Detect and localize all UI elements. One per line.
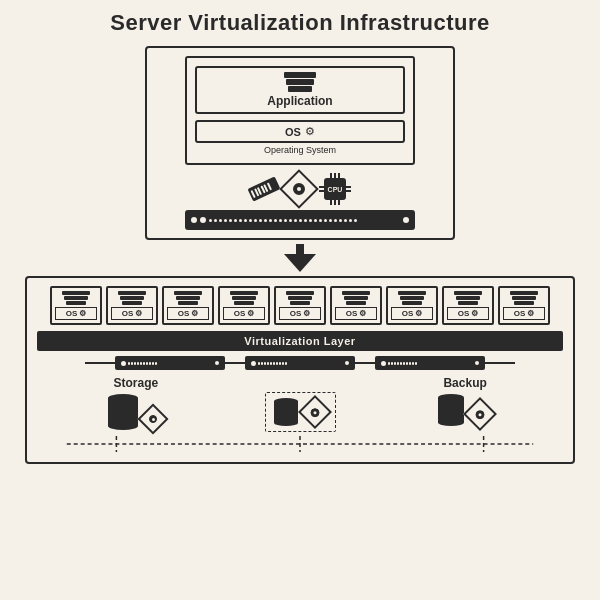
vm-os-1: OS ⚙ (55, 307, 97, 320)
vm-layer (458, 301, 478, 305)
bottom-section: OS ⚙ OS ⚙ (25, 276, 575, 464)
main-container: Application OS ⚙ Operating System (10, 46, 590, 464)
vm-layer (402, 301, 422, 305)
page-title: Server Virtualization Infrastructure (110, 10, 490, 36)
cpu-icon: CPU (319, 173, 351, 205)
hdd-medium-icon (299, 395, 333, 429)
vm-os-5: OS ⚙ (279, 307, 321, 320)
vm-card-2: OS ⚙ (106, 286, 158, 325)
vm-layer (118, 291, 146, 295)
vm-card-8: OS ⚙ (442, 286, 494, 325)
vm-layers-3 (174, 291, 202, 305)
vm-layer (288, 296, 312, 300)
vm-layers-8 (454, 291, 482, 305)
app-icon (205, 72, 395, 92)
vm-os-4: OS ⚙ (223, 307, 265, 320)
layer-strip-3 (288, 86, 312, 92)
vm-layer (122, 301, 142, 305)
connector-mid-1 (225, 362, 245, 364)
vm-layer (64, 296, 88, 300)
vm-card-6: OS ⚙ (330, 286, 382, 325)
vm-layers-9 (510, 291, 538, 305)
vm-layer (342, 291, 370, 295)
vm-os-2: OS ⚙ (111, 307, 153, 320)
app-label: Application (205, 94, 395, 108)
server-rack-1 (115, 356, 225, 370)
vm-layers-2 (118, 291, 146, 305)
vm-layers-5 (286, 291, 314, 305)
vm-layer (232, 296, 256, 300)
vm-card-1: OS ⚙ (50, 286, 102, 325)
rack-light-3 (403, 217, 409, 223)
connection-lines-svg (37, 434, 563, 454)
hdd-small-icon (137, 403, 168, 434)
monitor: Application OS ⚙ Operating System (185, 56, 415, 165)
vm-layer (510, 291, 538, 295)
hdd-diamond-icon (279, 169, 319, 209)
rack-light (191, 217, 197, 223)
backup-group: Backup (438, 376, 492, 426)
top-server-section: Application OS ⚙ Operating System (145, 46, 455, 240)
rack-line-right (485, 362, 515, 364)
vm-grid: OS ⚙ OS ⚙ (37, 286, 563, 325)
rack-units-row (37, 356, 563, 370)
backup-label: Backup (443, 376, 486, 390)
down-arrow (284, 244, 316, 272)
vm-os-7: OS ⚙ (391, 307, 433, 320)
db-large-icon (108, 394, 138, 430)
storage-group: Storage (108, 376, 164, 430)
hdd-backup-icon (463, 397, 497, 431)
os-text-label: Operating System (195, 145, 405, 155)
vm-layer (178, 301, 198, 305)
hardware-row: CPU (249, 173, 351, 205)
gear-icon: ⚙ (305, 125, 315, 138)
rack-line-left (85, 362, 115, 364)
vm-layer (66, 301, 86, 305)
vm-layer (456, 296, 480, 300)
server-rack-3 (375, 356, 485, 370)
storage-label: Storage (113, 376, 158, 390)
rack-dots (209, 219, 400, 222)
arrow-head (284, 254, 316, 272)
server-rack-2 (245, 356, 355, 370)
layers-icon (284, 72, 316, 92)
layer-strip-1 (284, 72, 316, 78)
vm-layers-1 (62, 291, 90, 305)
vm-layer (290, 301, 310, 305)
vm-layers-4 (230, 291, 258, 305)
vm-layer (286, 291, 314, 295)
vm-os-9: OS ⚙ (503, 307, 545, 320)
db-medium-icon (274, 398, 298, 426)
storage-icons (108, 394, 164, 430)
virt-layer-bar: Virtualization Layer (37, 331, 563, 351)
vm-card-5: OS ⚙ (274, 286, 326, 325)
arrow-shaft (296, 244, 304, 254)
application-box: Application (195, 66, 405, 114)
vm-layers-7 (398, 291, 426, 305)
storage-section: Storage (37, 372, 563, 432)
backup-icons (438, 394, 492, 426)
db-backup-icon (438, 394, 464, 426)
rack-light-2 (200, 217, 206, 223)
vm-card-3: OS ⚙ (162, 286, 214, 325)
vm-layer (176, 296, 200, 300)
vm-layer (234, 301, 254, 305)
os-label: OS (285, 126, 301, 138)
vm-card-7: OS ⚙ (386, 286, 438, 325)
vm-layer (344, 296, 368, 300)
vm-layer (514, 301, 534, 305)
server-rack-top (185, 210, 415, 230)
vm-layer (454, 291, 482, 295)
vm-layers-6 (342, 291, 370, 305)
connector-mid-2 (355, 362, 375, 364)
vm-layer (400, 296, 424, 300)
vm-card-4: OS ⚙ (218, 286, 270, 325)
vm-layer (398, 291, 426, 295)
vm-layer (346, 301, 366, 305)
os-box: OS ⚙ (195, 120, 405, 143)
dashed-storage-box (265, 392, 336, 432)
ram-icon (247, 176, 280, 201)
vm-layer (230, 291, 258, 295)
vm-layer (62, 291, 90, 295)
vm-layer (120, 296, 144, 300)
